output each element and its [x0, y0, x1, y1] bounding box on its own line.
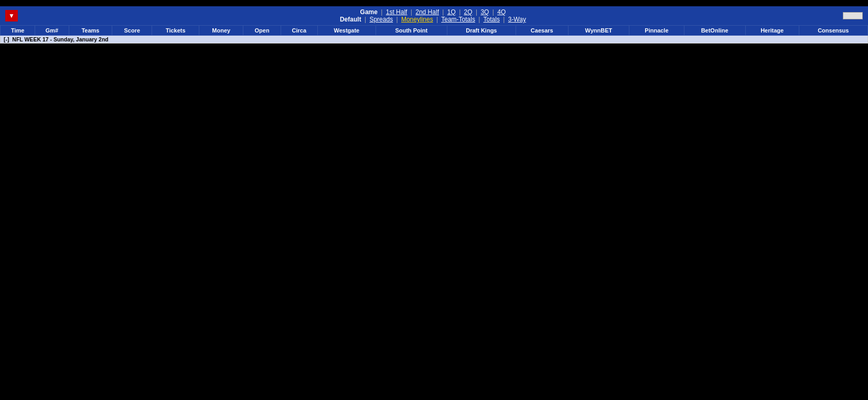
col-money: Money [199, 26, 243, 36]
col-consensus: Consensus [799, 26, 867, 36]
col-heritage: Heritage [745, 26, 799, 36]
totals-link[interactable]: Totals [484, 16, 500, 23]
threeway-link[interactable]: 3-Way [508, 16, 526, 23]
section-label: [-] NFL WEEK 17 - Sunday, January 2nd [1, 36, 868, 44]
section-header-row: [-] NFL WEEK 17 - Sunday, January 2nd [1, 36, 868, 44]
col-gm: Gm# [35, 26, 69, 36]
moneylines-link[interactable]: Moneylines [401, 16, 433, 23]
game-label[interactable]: Game [360, 8, 378, 16]
nav-bar: ▼ Game | 1st Half | 2nd Half | 1Q | 2Q |… [0, 6, 868, 25]
col-teams: Teams [69, 26, 112, 36]
site-header [0, 0, 868, 6]
col-southpoint: South Point [376, 26, 447, 36]
column-headers: Time Gm# Teams Score Tickets Money Open … [1, 26, 868, 36]
q2-link[interactable]: 2Q [464, 8, 473, 16]
nav-links: Game | 1st Half | 2nd Half | 1Q | 2Q | 3… [28, 8, 838, 23]
col-wynnbet: WynnBET [568, 26, 629, 36]
col-tickets: Tickets [152, 26, 199, 36]
col-caesars: Caesars [516, 26, 568, 36]
sport-dropdown[interactable]: ▼ [5, 10, 18, 21]
col-score: Score [112, 26, 152, 36]
col-open: Open [243, 26, 281, 36]
nav-row1: Game | 1st Half | 2nd Half | 1Q | 2Q | 3… [28, 8, 838, 16]
q4-link[interactable]: 4Q [497, 8, 506, 16]
half1-link[interactable]: 1st Half [386, 8, 408, 16]
col-betonline: BetOnline [684, 26, 745, 36]
q3-link[interactable]: 3Q [480, 8, 489, 16]
col-pinnacle: Pinnacle [629, 26, 684, 36]
col-time: Time [1, 26, 35, 36]
spreads-link[interactable]: Spreads [369, 16, 393, 23]
col-draftkings: Draft Kings [447, 26, 516, 36]
odds-table: Time Gm# Teams Score Tickets Money Open … [0, 25, 868, 44]
clear-button[interactable] [843, 12, 863, 19]
default-label[interactable]: Default [340, 16, 361, 23]
teamtotals-link[interactable]: Team-Totals [441, 16, 475, 23]
half2-link[interactable]: 2nd Half [415, 8, 439, 16]
col-westgate: Westgate [317, 26, 376, 36]
nav-row2: Default | Spreads | Moneylines | Team-To… [28, 16, 838, 23]
q1-link[interactable]: 1Q [447, 8, 456, 16]
col-circa: Circa [281, 26, 317, 36]
